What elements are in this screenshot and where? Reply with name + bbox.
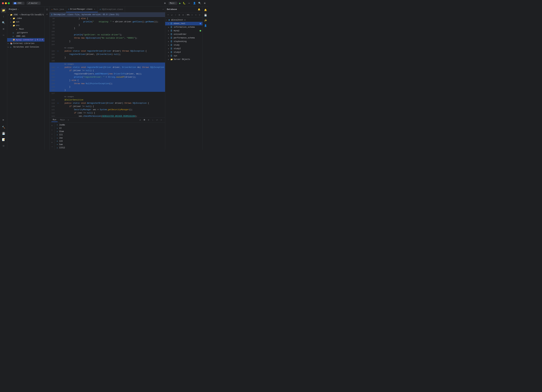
db-item-staybooking[interactable]: ▶ 🗄 staybooking [165,40,202,43]
staybooking-label: staybooking [174,40,187,43]
sidebar-vcs-icon[interactable]: ↕ [1,14,6,19]
db-add-icon[interactable]: + [167,13,170,17]
run-action-scroll-icon[interactable]: ↓ [151,118,155,122]
run-tab-close-icon[interactable]: ✕ [68,119,69,121]
maximize-window-button[interactable] [8,2,10,4]
tab-sqlexception-class[interactable]: ◻ SQLException.class [98,6,125,12]
run-action-filter-icon[interactable]: ⊙ [147,118,150,122]
sidebar-find-icon[interactable]: 🔍 [1,20,6,25]
db-item-mysql[interactable]: ▶ 🗄 mysql [165,29,202,33]
code-editor[interactable]: 96 } else { 97 println(" skipping: " + a… [49,17,165,117]
settings-icon[interactable]: ⚙ [203,2,206,5]
information-schema-arrow-icon: ▶ [168,26,170,28]
line-gutter-98 [57,23,59,27]
run-sidebar-left-icon[interactable]: ↓ [50,132,54,136]
db-table-icon[interactable]: ⊟ [182,13,185,17]
run-sidebar-right-icon[interactable]: ↕ [50,137,54,140]
right-sidebar-db-icon[interactable]: 💾 [203,13,208,17]
code-line-118-ann: 118 @CallerSensitive [49,98,165,102]
tab-drivermanager-class[interactable]: ◻ DriverManager.class ✕ [66,6,98,12]
run-sidebar-down-icon[interactable]: ↓ [50,128,54,131]
notifications-icon[interactable]: ⚙ [163,2,167,5]
db-item-online-order[interactable]: ▶ 🗄 onlineOrder [165,33,202,36]
db-item-information-schema[interactable]: ▶ 🗄 information_schema [165,25,202,29]
sidebar-bottom-terminal-icon[interactable]: ⊡ [1,143,6,148]
sidebar-bottom-build-icon[interactable]: 🔨 [1,125,6,130]
db-import-icon[interactable]: ⬇ [194,13,197,17]
ebean-test-badge [200,23,201,24]
tree-item-jdbc[interactable]: ▾ 📁 JDBC ~/Desktop/CS/JavaEE/1 Ja [7,13,44,16]
sidebar-bottom-db-icon[interactable]: 💾 [1,131,6,136]
db-refresh-icon[interactable]: ↺ [170,13,173,17]
output-line-2: ↓ 13 [57,126,163,130]
right-sidebar-profile-icon[interactable]: 👤 [203,23,208,28]
tree-item-ext-libs[interactable]: ▶ 📚 External Libraries [7,42,44,45]
db-sync-icon[interactable]: ↕ [174,13,177,17]
db-item-ebean-test[interactable]: ▶ 🗄 ebean_test [165,22,202,25]
line-gutter-99 [57,27,59,30]
run-action-more-icon[interactable]: ⋯ [159,118,163,122]
line-num-121: 121 [49,108,57,111]
run-sidebar-arrow-icon[interactable]: → [50,145,54,148]
minimize-window-button[interactable] [5,2,7,4]
tree-item-idea[interactable]: ▶ 📁 .idea [7,16,44,20]
tree-item-scratches[interactable]: ▶ ◻ Scratches and Consoles [7,45,44,49]
db-item-study[interactable]: ▶ 🗄 study [165,43,202,47]
more-actions-icon[interactable]: ⋯ [188,2,191,5]
drivermanager-tab-close-icon[interactable]: ✕ [93,8,96,11]
run-action-wrap-icon[interactable]: ↩ [155,118,159,122]
branch-selector[interactable]: ⎇ master ▾ [27,1,41,5]
line-num-109: 109 [49,66,57,69]
tree-item-out[interactable]: ▶ 📁 out [7,20,44,24]
project-selector[interactable]: JD JDBC ▾ [12,2,25,5]
run-tab-main[interactable]: Main [59,118,66,122]
run-action-restart-icon[interactable]: ↺ [138,118,142,122]
right-sidebar-notifications-icon[interactable]: 🔔 [203,8,208,12]
db-schema-icon[interactable]: ⊞ [178,13,181,17]
left-icon-sidebar: 📁 ↕ 🔍 ⊞ ⋯ ▶ 🔨 💾 📝 ⊡ [0,6,7,150]
close-window-button[interactable] [2,2,4,4]
run-action-stop-icon[interactable]: ⏹ [143,118,146,122]
db-item-study2[interactable]: ▶ 🗄 study2 [165,47,202,50]
sidebar-bottom-run-icon[interactable]: ▶ [1,117,6,122]
tabs-more-button[interactable]: ⋯ [161,6,165,12]
db-item-server-objects[interactable]: ▶ 📁 Server Objects [165,58,202,61]
profile-icon[interactable]: 👤 [193,2,196,5]
tree-item-main[interactable]: ☕ Main [7,27,44,31]
run-sidebar-up-icon[interactable]: ↑ [50,124,54,127]
db-export-icon[interactable]: ⬆ [191,13,194,17]
sidebar-more-icon[interactable]: ⋯ [1,33,6,38]
sidebar-structure-icon[interactable]: ⊞ [1,26,6,32]
tree-item-gitignore[interactable]: ◻ .gitignore [7,31,44,34]
code-line-96: 96 } else { [49,17,165,20]
output-text-6: 133 [59,140,63,143]
sidebar-project-icon[interactable]: 📁 [1,8,6,13]
tree-item-iml[interactable]: ◻ JDBC.iml [7,34,44,38]
action-collapse-icon[interactable]: ☰ [45,8,49,11]
line-gutter-112 [57,76,59,79]
line-gutter-122 [57,111,59,114]
db-filter-icon[interactable]: ▽ [198,13,201,17]
title-bar-actions: ⚙ Main ▾ ▶ 🐛 ⋯ 👤 🔍 ⚙ [163,2,206,5]
db-item-study4[interactable]: ▶ 🗄 study4 [165,50,202,54]
run-config-selector[interactable]: Main ▾ [168,2,177,5]
file-tree-title: Project [9,8,17,11]
action-sync-icon[interactable]: ↺ [45,12,49,16]
run-button[interactable]: ▶ [179,2,181,5]
tab-main-java[interactable]: ☕ Main.java [49,6,66,12]
tree-item-mysql-connector[interactable]: 📦 mysql-connector-j-8.2.0.jar [7,38,44,42]
db-item-localhost[interactable]: ▾ 🖥 @localhost 10 [165,18,202,22]
run-sidebar-ref-icon[interactable]: ≈ [50,141,54,144]
right-sidebar-ai-icon[interactable]: ✨ [203,18,208,22]
tabs-bar: ☕ Main.java ◻ DriverManager.class ✕ ◻ SQ… [49,6,165,12]
db-item-performance-schema[interactable]: ▶ 🗄 performance_schema [165,36,202,40]
db-item-sys[interactable]: ▶ 🗄 sys [165,54,202,58]
db-notifications-icon[interactable]: 🔔 [197,8,201,11]
search-icon[interactable]: 🔍 [198,2,201,5]
main-java-tab-icon: ☕ [51,8,53,11]
db-ddl-icon[interactable]: DDL [187,13,190,17]
debug-button[interactable]: 🐛 [183,2,185,5]
tree-item-src[interactable]: ▾ 📁 src [7,24,44,27]
sidebar-bottom-todo-icon[interactable]: 📝 [1,137,6,142]
run-tab-run[interactable]: Run [51,118,58,122]
